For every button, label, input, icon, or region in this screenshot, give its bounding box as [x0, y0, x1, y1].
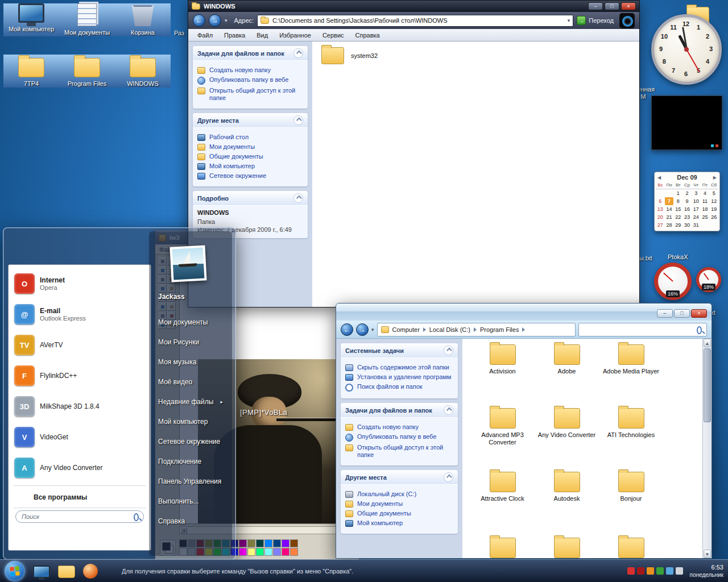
- section-header[interactable]: Другие места: [341, 470, 458, 484]
- calendar-cell[interactable]: 1: [673, 189, 682, 197]
- task-link[interactable]: Установка и удаление программ: [345, 373, 453, 381]
- start-menu-item[interactable]: Справка: [158, 511, 228, 531]
- palette-color[interactable]: [239, 539, 247, 547]
- calendar-cell[interactable]: 29: [673, 221, 682, 229]
- back-button[interactable]: ←: [193, 14, 205, 27]
- explorer-file-area[interactable]: Activision Adobe Adobe Media Player: [462, 339, 702, 558]
- section-header[interactable]: Системные задачи: [341, 343, 458, 357]
- close-button[interactable]: ×: [691, 309, 707, 318]
- tray-ati-icon[interactable]: [637, 567, 644, 575]
- calendar-cell[interactable]: 20: [656, 213, 665, 221]
- calendar-cell[interactable]: 2: [682, 189, 692, 197]
- calendar-cell[interactable]: 5: [709, 189, 718, 197]
- task-link[interactable]: Опубликовать папку в вебе: [345, 433, 453, 442]
- start-button[interactable]: [5, 561, 25, 581]
- section-header[interactable]: Задачи для файлов и папок: [341, 403, 458, 417]
- calendar-cell[interactable]: 23: [682, 213, 692, 221]
- go-button[interactable]: → Переход: [577, 16, 614, 25]
- folder-icon[interactable]: [618, 538, 644, 558]
- tray-network-icon[interactable]: [666, 567, 673, 575]
- menu-item[interactable]: Вид: [251, 32, 274, 39]
- calendar-cell[interactable]: 15: [673, 205, 682, 213]
- window-titlebar[interactable]: – □ ×: [336, 304, 712, 321]
- breadcrumb-item[interactable]: Computer: [392, 326, 420, 333]
- task-link[interactable]: Опубликовать папку в вебе: [197, 76, 303, 85]
- calendar-cell[interactable]: 7: [665, 197, 674, 205]
- calendar-cell[interactable]: 30: [682, 221, 692, 229]
- collapse-chevron-icon[interactable]: [293, 193, 303, 203]
- calendar-cell[interactable]: 31: [692, 221, 701, 229]
- start-program-item[interactable]: @ E-mail Outlook Express: [12, 299, 147, 330]
- start-program-item[interactable]: TV AVerTV: [12, 330, 147, 360]
- start-menu-item[interactable]: Выполнить...: [158, 491, 228, 511]
- start-search-input[interactable]: [15, 510, 144, 523]
- section-header[interactable]: Другие места: [193, 113, 308, 127]
- palette-color[interactable]: [256, 539, 264, 547]
- tray-volume-icon[interactable]: [676, 567, 683, 575]
- calendar-cell[interactable]: 13: [656, 205, 665, 213]
- tray-antivirus-icon[interactable]: [627, 567, 635, 575]
- start-menu-item[interactable]: Сетевое окружение: [158, 431, 228, 451]
- calendar-cell[interactable]: 14: [665, 205, 674, 213]
- desktop-icon[interactable]: Мои документы: [59, 3, 115, 36]
- calendar-next-icon[interactable]: ▶: [713, 175, 717, 180]
- calendar-cell[interactable]: 19: [709, 205, 718, 213]
- calendar-cell[interactable]: 28: [665, 221, 674, 229]
- place-link[interactable]: Сетевое окружение: [197, 172, 303, 180]
- palette-color[interactable]: [247, 539, 255, 547]
- start-menu-item[interactable]: Панель Управления: [158, 471, 228, 491]
- place-link[interactable]: Мой компьютер: [345, 519, 453, 527]
- window-titlebar[interactable]: WINDOWS – □ ×: [188, 1, 639, 12]
- desktop-icon[interactable]: 7TP4: [3, 55, 59, 88]
- tray-messenger-icon[interactable]: [656, 567, 664, 575]
- vertical-scrollbar[interactable]: ▲ ▼: [702, 339, 712, 558]
- scroll-up-icon[interactable]: ▲: [704, 339, 711, 347]
- calendar-cell[interactable]: 22: [673, 213, 682, 221]
- menu-item[interactable]: Правка: [218, 32, 251, 39]
- palette-color[interactable]: [264, 539, 272, 547]
- calendar-cell[interactable]: [709, 221, 718, 229]
- all-programs-button[interactable]: Все программы: [12, 488, 147, 505]
- palette-color[interactable]: [273, 548, 281, 556]
- task-link[interactable]: Открыть общий доступ к этой папке: [197, 87, 303, 102]
- place-link[interactable]: Локальный диск (C:): [345, 490, 453, 498]
- forward-button[interactable]: →: [356, 323, 369, 336]
- file-item-system32[interactable]: system32: [321, 47, 424, 64]
- calendar-cell[interactable]: 17: [692, 205, 701, 213]
- start-menu-item[interactable]: Мои документы: [158, 312, 228, 332]
- task-link[interactable]: Поиск файлов и папок: [345, 383, 453, 392]
- menu-item[interactable]: Избранное: [274, 32, 317, 39]
- folder-item[interactable]: Bonjour: [601, 472, 661, 530]
- calendar-cell[interactable]: [665, 189, 674, 197]
- calendar-cell[interactable]: 21: [665, 213, 674, 221]
- place-link[interactable]: Общие документы: [345, 510, 453, 517]
- calendar-cell[interactable]: 26: [709, 213, 718, 221]
- taskbar-clock[interactable]: 6:53 понедельник: [690, 564, 723, 579]
- collapse-chevron-icon[interactable]: [444, 346, 453, 355]
- scroll-down-icon[interactable]: ▼: [704, 550, 711, 558]
- palette-color[interactable]: [256, 548, 264, 556]
- start-program-item[interactable]: F FlylinkDC++: [12, 360, 147, 391]
- calendar-cell[interactable]: 24: [692, 213, 701, 221]
- calendar-cell[interactable]: 6: [656, 197, 665, 205]
- place-link[interactable]: Мои документы: [345, 500, 453, 508]
- calendar-prev-icon[interactable]: ◀: [657, 175, 661, 180]
- address-dropdown-icon[interactable]: ▾: [568, 18, 570, 23]
- palette-color[interactable]: [273, 539, 281, 547]
- calendar-cell[interactable]: 25: [701, 213, 710, 221]
- desktop-icon[interactable]: WINDOWS: [115, 55, 171, 88]
- history-dropdown-icon[interactable]: ▾: [225, 18, 228, 23]
- palette-color[interactable]: [264, 548, 272, 556]
- place-link[interactable]: Общие документы: [197, 153, 303, 160]
- tray-update-icon[interactable]: [647, 567, 654, 575]
- start-menu-item[interactable]: Моя музыка: [158, 352, 228, 372]
- collapse-chevron-icon[interactable]: [293, 115, 303, 125]
- place-link[interactable]: Мой компьютер: [197, 163, 303, 170]
- palette-color[interactable]: [290, 539, 298, 547]
- maximize-button[interactable]: □: [605, 2, 619, 10]
- place-link[interactable]: Рабочий стол: [197, 134, 303, 141]
- calendar-cell[interactable]: 27: [656, 221, 665, 229]
- folder-item[interactable]: Any Video Converter: [537, 408, 597, 466]
- palette-color[interactable]: [282, 548, 289, 556]
- start-program-item[interactable]: V VideoGet: [12, 422, 147, 452]
